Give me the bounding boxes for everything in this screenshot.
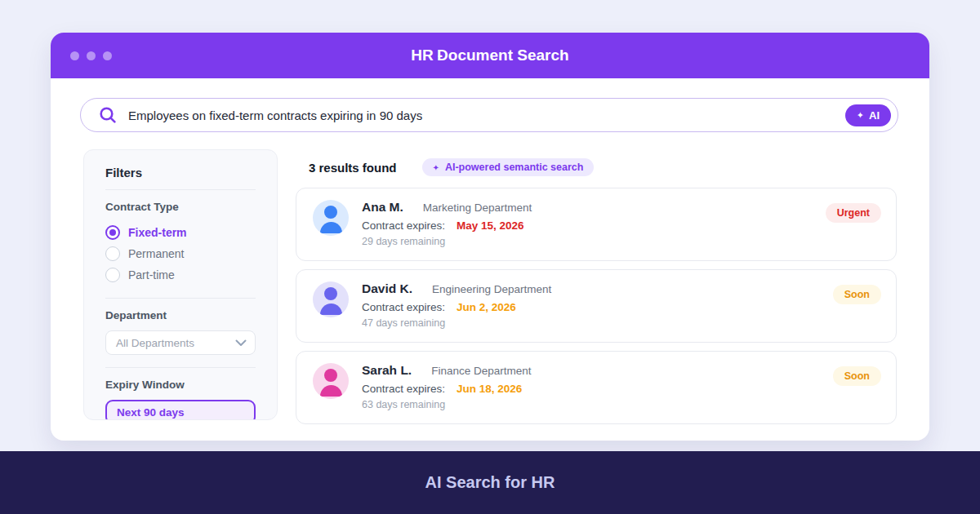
radio-selected-icon: [105, 225, 120, 240]
ai-search-button[interactable]: ✦ AI: [845, 104, 891, 126]
radio-permanent[interactable]: Permanent: [105, 243, 256, 264]
employee-department: Marketing Department: [423, 202, 532, 214]
radio-label: Fixed-term: [128, 226, 187, 239]
radio-fixed-term[interactable]: Fixed-term: [105, 222, 256, 243]
days-remaining: 63 days remaining: [362, 399, 531, 410]
semantic-search-badge: ✦ AI-powered semantic search: [422, 158, 595, 176]
radio-unselected-icon: [105, 268, 120, 282]
footer-title: AI Search for HR: [425, 473, 555, 492]
person-icon: [324, 369, 337, 382]
employee-department: Finance Department: [431, 365, 531, 377]
footer-banner: AI Search for HR: [0, 451, 980, 514]
divider: [105, 298, 256, 299]
chevron-down-icon: [235, 339, 247, 347]
status-badge: Soon: [833, 285, 881, 304]
employee-name: Sarah L.: [362, 363, 412, 378]
status-badge: Soon: [833, 366, 881, 386]
radio-part-time[interactable]: Part-time: [105, 264, 256, 286]
expiry-window-button[interactable]: Next 90 days: [105, 400, 256, 420]
search-input[interactable]: [128, 109, 845, 122]
radio-unselected-icon: [105, 246, 120, 261]
avatar: [313, 200, 349, 236]
days-remaining: 47 days remaining: [362, 317, 551, 329]
avatar: [313, 363, 349, 399]
department-label: Department: [105, 309, 256, 321]
window-titlebar: HR - Document Search: [51, 33, 929, 78]
result-card-text: Sarah L. Finance Department Contract exp…: [362, 362, 531, 410]
avatar: [313, 281, 349, 317]
result-card-sarah[interactable]: Sarah L. Finance Department Contract exp…: [296, 351, 897, 424]
results-list: Ana M. Marketing Department Contract exp…: [296, 188, 897, 424]
result-card-text: Ana M. Marketing Department Contract exp…: [362, 199, 532, 247]
semantic-search-badge-label: AI-powered semantic search: [445, 162, 584, 173]
department-select-value: All Departments: [116, 337, 194, 349]
expires-label: Contract expires:: [362, 383, 445, 395]
expiry-window-value: Next 90 days: [117, 406, 185, 419]
expires-label: Contract expires:: [362, 301, 445, 313]
days-remaining: 29 days remaining: [362, 236, 532, 247]
divider: [105, 189, 256, 190]
status-badge: Urgent: [826, 203, 881, 223]
window-title-suffix: Document Search: [437, 47, 569, 64]
search-bar[interactable]: ✦ AI: [80, 98, 898, 132]
expiry-window-label: Expiry Window: [105, 379, 256, 391]
contract-type-label: Contract Type: [105, 201, 256, 213]
search-icon: [99, 106, 117, 124]
radio-label: Part-time: [128, 268, 175, 281]
person-icon: [320, 385, 342, 397]
result-card-text: David K. Engineering Department Contract…: [362, 281, 551, 329]
radio-label: Permanent: [128, 247, 184, 260]
person-icon: [324, 206, 337, 219]
employee-name: David K.: [362, 281, 412, 296]
app-window: HR - Document Search ✦ AI Filters Contra…: [51, 33, 929, 441]
sparkle-icon: ✦: [857, 110, 864, 121]
filters-heading: Filters: [105, 166, 256, 179]
window-title-prefix: HR: [411, 47, 433, 64]
expires-label: Contract expires:: [362, 219, 445, 232]
expires-date: Jun 2, 2026: [457, 301, 516, 313]
result-card-david[interactable]: David K. Engineering Department Contract…: [296, 269, 897, 343]
result-card-ana[interactable]: Ana M. Marketing Department Contract exp…: [296, 188, 897, 261]
person-icon: [324, 287, 337, 300]
page: HR - Document Search ✦ AI Filters Contra…: [0, 0, 980, 514]
results-header: 3 results found ✦ AI-powered semantic se…: [309, 158, 594, 176]
results-count: 3 results found: [309, 161, 397, 175]
department-select[interactable]: All Departments: [105, 330, 256, 355]
person-icon: [320, 304, 342, 315]
expires-date: May 15, 2026: [457, 219, 524, 232]
ai-button-label: AI: [869, 109, 880, 122]
employee-department: Engineering Department: [432, 283, 551, 295]
window-title: HR - Document Search: [51, 33, 929, 78]
filters-panel: Filters Contract Type Fixed-term Permane…: [83, 149, 278, 420]
expires-date: Jun 18, 2026: [457, 383, 522, 395]
person-icon: [320, 222, 342, 233]
employee-name: Ana M.: [362, 200, 403, 215]
divider: [105, 367, 256, 368]
sparkle-icon: ✦: [433, 163, 439, 172]
